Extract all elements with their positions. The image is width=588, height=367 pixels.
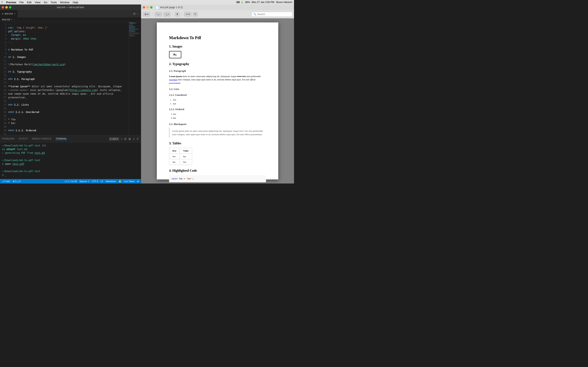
table-header-value: Value <box>180 148 192 154</box>
vscode-panel: test.md — md-to-pdf-test ● test.md ✕ ⊞ ⋯… <box>0 4 141 184</box>
trash-icon[interactable]: 🗑 <box>128 137 131 141</box>
tab-terminal[interactable]: TERMINAL <box>56 137 67 141</box>
preview-close-button[interactable] <box>143 6 145 8</box>
maximize-button[interactable] <box>9 6 11 8</box>
split-editor-icon[interactable]: ⊞ <box>133 12 136 15</box>
menu-window[interactable]: Window <box>60 1 69 4</box>
pdf-table: Key Value foo bar bar foo <box>169 148 192 165</box>
pdf-link-googlum[interactable]: googlum <box>169 78 177 81</box>
term-line-9: ❯ _ <box>2 173 139 177</box>
list-item: foo <box>173 98 266 101</box>
code-line-4: format: A4 <box>8 33 129 37</box>
code-line-14: ## 2. Typography <box>8 70 129 74</box>
zoom-out-button[interactable]: 🔍− <box>155 12 162 17</box>
pdf-code-block-2: console.log(foo === 'bar'); // => true <box>169 184 266 184</box>
vscode-titlebar: test.md — md-to-pdf-test <box>0 4 141 10</box>
menu-view[interactable]: View <box>35 1 40 4</box>
status-eol[interactable]: LF <box>101 180 103 183</box>
menu-file[interactable]: File <box>19 1 24 4</box>
add-terminal-icon[interactable]: + <box>121 137 122 141</box>
status-feedback[interactable]: ⊕ <box>137 180 139 183</box>
list-item: foo <box>173 112 266 116</box>
pdf-heading-unordered: 2.2.1. Unordered <box>169 93 266 97</box>
status-cursor[interactable]: Ln 2, Col 28 <box>65 180 77 183</box>
breadcrumb-separator: > <box>11 18 12 21</box>
markup-dropdown-button[interactable]: ✏ ▾ <box>184 12 191 17</box>
pdf-page: Markdown To Pdf 1. Images M↓ 2. Typograp… <box>157 22 278 179</box>
minimap <box>129 22 141 135</box>
table-cell: bar <box>180 154 192 159</box>
terminal-selector[interactable]: 1: zsh ▾ <box>109 137 119 141</box>
term-line-2: ❯❯ md2pdf test.md <box>2 147 139 151</box>
terminal-content[interactable]: ~/Downloads/md-to-pdf-test 10s ❯❯ md2pdf… <box>0 142 141 179</box>
editor-tab[interactable]: ● test.md ✕ <box>0 10 18 17</box>
status-encoding[interactable]: UTF-8 <box>92 180 98 183</box>
terminal-selector-label: 1: zsh <box>110 138 116 140</box>
search-box[interactable]: 🔍 <box>251 12 292 17</box>
status-language[interactable]: Markdown <box>106 180 116 183</box>
code-line-16: ### 2.1. Paragraph <box>8 77 129 81</box>
breadcrumb-file[interactable]: test.md <box>2 18 10 21</box>
pdf-heading-blockquote: 2.3. Blockquote <box>169 122 266 126</box>
pdf-paragraph: Lorem ipsum dolor sit amet consectetur a… <box>169 75 266 85</box>
code-line-18: **Lorem ipsum** dolor sit amet consectet… <box>8 85 129 88</box>
menu-bar-right: ⌨ 🔋 88% Mon 27 Jan 3:50 PM Simon Hänisch <box>236 1 292 4</box>
pencil-icon: ✏ <box>186 13 188 16</box>
code-line-26 <box>8 114 129 118</box>
code-line-17 <box>8 81 129 85</box>
code-line-7 <box>8 44 129 48</box>
code-line-10: ## 1. Images <box>8 55 129 59</box>
term-line-8: ~/Downloads/md-to-pdf-test <box>2 169 139 173</box>
markup-button[interactable]: ✎ <box>193 12 198 17</box>
pdf-blockquote: Lorem ipsum dolor sit amet consectetur a… <box>169 128 266 138</box>
close-button[interactable] <box>2 6 4 8</box>
code-line-12: ![Markdown Mark](img/markdown-mark.svg) <box>8 63 129 66</box>
minimize-button[interactable] <box>5 6 8 8</box>
preview-minimize-button[interactable] <box>146 6 149 8</box>
live-share-button[interactable]: Live Share <box>124 180 135 183</box>
status-branch[interactable]: ⎇ main <box>2 180 10 183</box>
menu-help[interactable]: Help <box>73 1 78 4</box>
tab-problems[interactable]: PROBLEMS <box>2 137 15 140</box>
close-terminal-icon[interactable]: ✕ <box>136 137 139 141</box>
sidebar-toggle-button[interactable]: ⊞ ▾ <box>143 12 150 17</box>
status-bar-left: ⎇ main ⊗ 0 △ 0 <box>2 180 20 183</box>
tab-output[interactable]: OUTPUT <box>18 137 28 140</box>
pdf-code-block-1: const foo = 'bar'; <box>169 175 266 182</box>
app-name[interactable]: Preview <box>6 1 16 4</box>
code-line-8: # Markdown To Pdf <box>8 48 129 52</box>
toolbar-separator-3 <box>182 12 182 16</box>
expand-icon[interactable]: ∧ <box>133 137 135 141</box>
code-line-9 <box>8 52 129 55</box>
code-content[interactable]: --- css: 'img { height: 3em; }' pdf_opti… <box>8 22 129 135</box>
menu-edit[interactable]: Edit <box>27 1 31 4</box>
code-editor[interactable]: 1 2 3 4 5 6 7 8 9 10 11 12 13 14 15 16 1… <box>0 22 141 135</box>
pdf-heading-paragraph: 2.1. Paragraph <box>169 69 266 73</box>
zoom-in-button[interactable]: 🔍+ <box>163 12 171 17</box>
status-bell[interactable]: 🔔 <box>119 180 121 183</box>
pdf-italic-text: Est eum officia praesentium. <box>169 78 255 84</box>
tab-close[interactable]: ✕ <box>14 13 16 15</box>
tab-debug-console[interactable]: DEBUG CONSOLE <box>32 137 52 140</box>
zoom-in-icon: 🔍+ <box>164 13 169 16</box>
table-cell: foo <box>169 154 180 159</box>
pdf-strikethrough: error vero <box>237 75 246 77</box>
apple-menu[interactable]:  <box>2 0 3 4</box>
code-line-28: * bar <box>8 121 129 125</box>
preview-maximize-button[interactable] <box>150 6 153 8</box>
line-numbers: 1 2 3 4 5 6 7 8 9 10 11 12 13 14 15 16 1… <box>0 22 8 135</box>
more-actions-icon[interactable]: ⋯ <box>136 12 139 15</box>
menu-go[interactable]: Go <box>44 1 47 4</box>
split-terminal-icon[interactable]: ⊞ <box>124 137 127 141</box>
status-errors[interactable]: ⊗ 0 △ 0 <box>13 180 20 183</box>
share-button[interactable]: ⬆ <box>175 12 180 17</box>
status-spaces[interactable]: Spaces: 2 <box>79 180 89 183</box>
search-input[interactable] <box>257 13 291 16</box>
menu-tools[interactable]: Tools <box>51 1 57 4</box>
code-line-25: #### 2.2.1. Unordered <box>8 110 129 114</box>
pdf-content[interactable]: Markdown To Pdf 1. Images M↓ 2. Typograp… <box>141 18 294 184</box>
list-item: bar <box>173 102 266 105</box>
code-line-29 <box>8 125 129 129</box>
preview-title: 📄 test.pdf (page 1 of 2) <box>155 6 183 9</box>
tab-file-icon: ● <box>2 12 3 15</box>
